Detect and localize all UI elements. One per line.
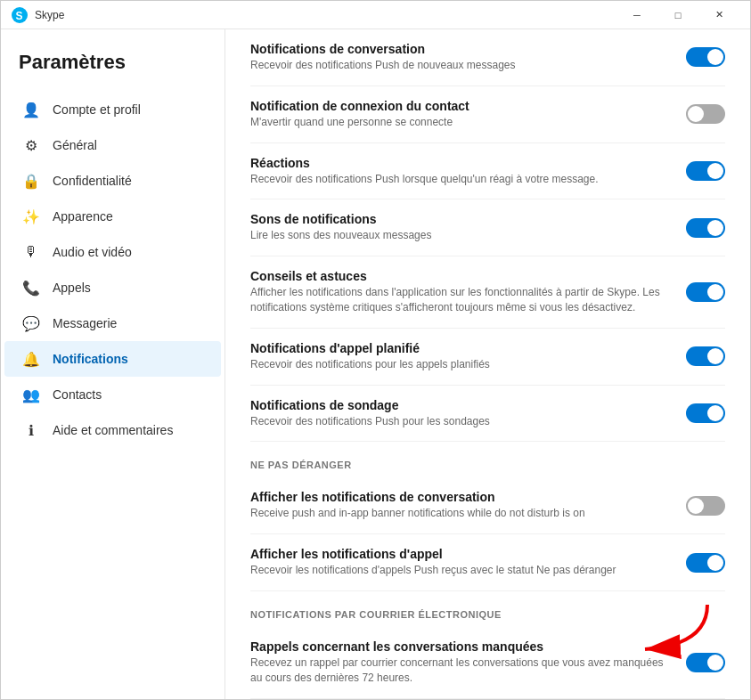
setting-desc: Recevoir des notifications pour les appe… xyxy=(250,357,672,372)
sidebar-item-label: Appels xyxy=(53,281,91,295)
setting-title: Notifications de conversation xyxy=(250,42,672,56)
gear-icon: ⚙ xyxy=(22,136,40,154)
sidebar-item-label: Contacts xyxy=(53,387,102,402)
toggle-knob xyxy=(688,106,704,122)
toggle-notifications-d'appe[interactable] xyxy=(686,346,725,366)
toggle-notifications-de-con[interactable] xyxy=(686,47,725,67)
setting-desc: Recevoir des notifications Push de nouve… xyxy=(250,58,672,73)
sidebar-item-notifications[interactable]: 🔔 Notifications xyxy=(4,341,221,377)
setting-title: Notifications d'appel planifié xyxy=(250,341,672,355)
section-label-2: NOTIFICATIONS PAR COURRIER ÉLECTRONIQUE xyxy=(250,591,725,627)
setting-row: Afficher les notifications d'appelRecevo… xyxy=(250,534,725,591)
sidebar-item-appels[interactable]: 📞 Appels xyxy=(4,270,221,305)
info-icon: ℹ xyxy=(22,421,40,439)
toggle-notifications-de-son[interactable] xyxy=(686,403,725,423)
window-controls: ─ □ ✕ xyxy=(616,1,739,29)
app-icon: S xyxy=(12,7,28,23)
setting-row: Conseils et astucesAfficher les notifica… xyxy=(250,256,725,329)
setting-title: Afficher les notifications de conversati… xyxy=(250,490,672,504)
sidebar-item-label: Notifications xyxy=(53,352,128,366)
setting-title: Afficher les notifications d'appel xyxy=(250,547,672,561)
toggle-knob xyxy=(707,49,723,65)
window-title: Skype xyxy=(35,9,616,21)
setting-text: Notifications de conversationRecevoir de… xyxy=(250,42,672,73)
sidebar-item-label: Général xyxy=(53,138,97,152)
sidebar-item-label: Compte et profil xyxy=(53,102,141,117)
setting-title: Notification de connexion du contact xyxy=(250,99,672,113)
sidebar-item-label: Confidentialité xyxy=(53,174,132,188)
toggle-rappels-concernant-l[interactable] xyxy=(686,653,725,672)
sidebar-item-label: Messagerie xyxy=(53,316,117,330)
toggle-knob xyxy=(707,163,723,179)
setting-row: Sons de notificationsLire les sons des n… xyxy=(250,199,725,256)
sidebar-item-audio[interactable]: 🎙 Audio et vidéo xyxy=(4,234,221,270)
content-area: Notifications de conversationRecevoir de… xyxy=(225,29,750,699)
toggle-afficher-les-notific[interactable] xyxy=(686,496,725,516)
setting-desc: Recevoir des notifications Push pour les… xyxy=(250,414,672,429)
setting-row: Rappels concernant les conversations man… xyxy=(250,627,725,699)
setting-text: Notifications d'appel planifiéRecevoir d… xyxy=(250,341,672,372)
section-label-1: NE PAS DÉRANGER xyxy=(250,442,725,477)
app-window: S Skype ─ □ ✕ Paramètres 👤 Compte et pro… xyxy=(0,0,751,700)
svg-text:S: S xyxy=(16,9,23,21)
sidebar-item-general[interactable]: ⚙ Général xyxy=(4,127,221,163)
sidebar-item-compte[interactable]: 👤 Compte et profil xyxy=(4,92,221,127)
setting-desc: M'avertir quand une personne se connecte xyxy=(250,115,672,130)
titlebar: S Skype ─ □ ✕ xyxy=(1,1,750,29)
sidebar-heading: Paramètres xyxy=(1,37,224,92)
palette-icon: ✨ xyxy=(22,208,40,225)
setting-row: Notification de connexion du contactM'av… xyxy=(250,86,725,143)
sidebar-item-confidentialite[interactable]: 🔒 Confidentialité xyxy=(4,163,221,199)
setting-row: RéactionsRecevoir des notifications Push… xyxy=(250,143,725,200)
setting-row: Notifications de sondageRecevoir des not… xyxy=(250,386,725,443)
setting-desc: Receive push and in-app banner notificat… xyxy=(250,506,672,521)
sidebar-item-contacts[interactable]: 👥 Contacts xyxy=(4,377,221,412)
setting-title: Conseils et astuces xyxy=(250,269,672,283)
toggle-notification-de-conn[interactable] xyxy=(686,104,725,124)
setting-row: Notifications d'appel planifiéRecevoir d… xyxy=(250,329,725,386)
close-button[interactable]: ✕ xyxy=(698,1,739,29)
setting-row: Afficher les notifications de conversati… xyxy=(250,477,725,534)
setting-text: Conseils et astucesAfficher les notifica… xyxy=(250,269,672,315)
toggle-knob xyxy=(707,220,723,236)
setting-text: Notification de connexion du contactM'av… xyxy=(250,99,672,130)
toggle-afficher-les-notific[interactable] xyxy=(686,553,725,573)
setting-title: Réactions xyxy=(250,156,672,170)
maximize-button[interactable]: □ xyxy=(657,1,698,29)
toggle-knob xyxy=(707,284,723,300)
sidebar-item-label: Audio et vidéo xyxy=(53,245,132,259)
toggle-réactions[interactable] xyxy=(686,161,725,181)
people-icon: 👥 xyxy=(22,386,40,403)
setting-text: Notifications de sondageRecevoir des not… xyxy=(250,398,672,429)
sidebar-item-aide[interactable]: ℹ Aide et commentaires xyxy=(4,412,221,448)
main-layout: Paramètres 👤 Compte et profil ⚙ Général … xyxy=(1,29,750,699)
setting-desc: Afficher les notifications dans l'applic… xyxy=(250,285,672,315)
phone-icon: 📞 xyxy=(22,279,40,297)
sidebar-item-apparence[interactable]: ✨ Apparence xyxy=(4,199,221,234)
setting-title: Rappels concernant les conversations man… xyxy=(250,639,672,654)
toggle-knob xyxy=(707,405,723,421)
setting-text: Afficher les notifications de conversati… xyxy=(250,490,672,521)
toggle-conseils-et-astuces[interactable] xyxy=(686,282,725,302)
toggle-knob xyxy=(707,348,723,364)
setting-desc: Recevez un rappel par courrier concernan… xyxy=(250,655,672,686)
toggle-knob xyxy=(688,498,704,514)
minimize-button[interactable]: ─ xyxy=(616,1,657,29)
toggle-sons-de-notification[interactable] xyxy=(686,218,725,238)
lock-icon: 🔒 xyxy=(22,172,40,190)
bell-icon: 🔔 xyxy=(22,350,40,368)
sidebar-item-messagerie[interactable]: 💬 Messagerie xyxy=(4,305,221,341)
sidebar-item-label: Apparence xyxy=(53,209,113,224)
toggle-knob xyxy=(707,655,723,671)
setting-title: Sons de notifications xyxy=(250,212,672,226)
person-icon: 👤 xyxy=(22,101,40,118)
sidebar-item-label: Aide et commentaires xyxy=(53,423,173,437)
sidebar: Paramètres 👤 Compte et profil ⚙ Général … xyxy=(1,29,225,699)
mic-icon: 🎙 xyxy=(22,243,40,261)
setting-desc: Recevoir les notifications d'appels Push… xyxy=(250,563,672,578)
setting-title: Notifications de sondage xyxy=(250,398,672,412)
setting-text: RéactionsRecevoir des notifications Push… xyxy=(250,156,672,187)
setting-text: Rappels concernant les conversations man… xyxy=(250,639,672,686)
setting-text: Afficher les notifications d'appelRecevo… xyxy=(250,547,672,578)
chat-icon: 💬 xyxy=(22,314,40,332)
